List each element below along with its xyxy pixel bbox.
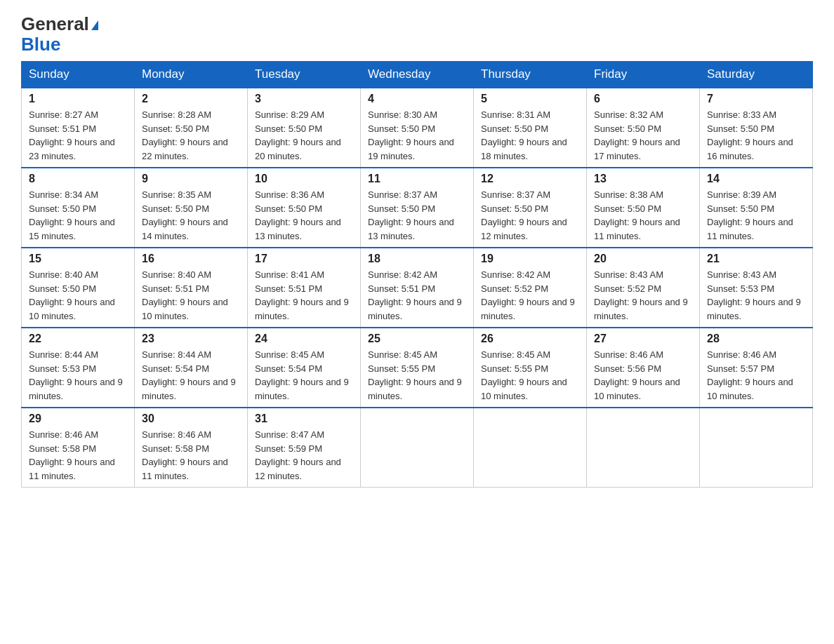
- calendar-header-row: SundayMondayTuesdayWednesdayThursdayFrid…: [22, 62, 813, 88]
- day-number: 29: [29, 412, 127, 425]
- calendar-cell: 20Sunrise: 8:43 AMSunset: 5:52 PMDayligh…: [587, 248, 700, 328]
- calendar-cell: 21Sunrise: 8:43 AMSunset: 5:53 PMDayligh…: [700, 248, 813, 328]
- day-info: Sunrise: 8:31 AMSunset: 5:50 PMDaylight:…: [481, 108, 579, 163]
- day-info: Sunrise: 8:47 AMSunset: 5:59 PMDaylight:…: [255, 428, 353, 483]
- day-number: 25: [368, 333, 466, 345]
- calendar-cell: 5Sunrise: 8:31 AMSunset: 5:50 PMDaylight…: [474, 88, 587, 168]
- day-info: Sunrise: 8:40 AMSunset: 5:50 PMDaylight:…: [29, 268, 127, 323]
- day-number: 6: [594, 93, 692, 105]
- day-number: 27: [594, 333, 692, 345]
- day-number: 28: [707, 333, 805, 345]
- calendar-cell: 24Sunrise: 8:45 AMSunset: 5:54 PMDayligh…: [248, 328, 361, 408]
- day-info: Sunrise: 8:43 AMSunset: 5:52 PMDaylight:…: [594, 268, 692, 323]
- calendar-cell: [700, 408, 813, 488]
- day-info: Sunrise: 8:37 AMSunset: 5:50 PMDaylight:…: [368, 188, 466, 243]
- weekday-header-tuesday: Tuesday: [248, 62, 361, 88]
- calendar-cell: 7Sunrise: 8:33 AMSunset: 5:50 PMDaylight…: [700, 88, 813, 168]
- day-number: 4: [368, 93, 466, 105]
- day-info: Sunrise: 8:45 AMSunset: 5:54 PMDaylight:…: [255, 348, 353, 403]
- day-info: Sunrise: 8:46 AMSunset: 5:58 PMDaylight:…: [142, 428, 240, 483]
- day-number: 17: [255, 253, 353, 265]
- day-info: Sunrise: 8:37 AMSunset: 5:50 PMDaylight:…: [481, 188, 579, 243]
- calendar-cell: 1Sunrise: 8:27 AMSunset: 5:51 PMDaylight…: [22, 88, 135, 168]
- calendar-cell: 9Sunrise: 8:35 AMSunset: 5:50 PMDaylight…: [135, 168, 248, 248]
- day-number: 5: [481, 93, 579, 105]
- day-number: 26: [481, 333, 579, 345]
- calendar-cell: 6Sunrise: 8:32 AMSunset: 5:50 PMDaylight…: [587, 88, 700, 168]
- day-number: 11: [368, 173, 466, 185]
- day-info: Sunrise: 8:38 AMSunset: 5:50 PMDaylight:…: [594, 188, 692, 243]
- day-number: 10: [255, 173, 353, 185]
- calendar-cell: 14Sunrise: 8:39 AMSunset: 5:50 PMDayligh…: [700, 168, 813, 248]
- day-number: 9: [142, 173, 240, 185]
- calendar-cell: 16Sunrise: 8:40 AMSunset: 5:51 PMDayligh…: [135, 248, 248, 328]
- calendar-cell: 13Sunrise: 8:38 AMSunset: 5:50 PMDayligh…: [587, 168, 700, 248]
- calendar-cell: 30Sunrise: 8:46 AMSunset: 5:58 PMDayligh…: [135, 408, 248, 488]
- day-number: 20: [594, 253, 692, 265]
- day-number: 23: [142, 333, 240, 345]
- logo: General Blue: [21, 14, 98, 54]
- week-row-1: 1Sunrise: 8:27 AMSunset: 5:51 PMDaylight…: [22, 88, 813, 168]
- day-info: Sunrise: 8:45 AMSunset: 5:55 PMDaylight:…: [368, 348, 466, 403]
- calendar-cell: 17Sunrise: 8:41 AMSunset: 5:51 PMDayligh…: [248, 248, 361, 328]
- calendar-cell: 11Sunrise: 8:37 AMSunset: 5:50 PMDayligh…: [361, 168, 474, 248]
- day-number: 3: [255, 93, 353, 105]
- calendar-cell: 23Sunrise: 8:44 AMSunset: 5:54 PMDayligh…: [135, 328, 248, 408]
- calendar-cell: [587, 408, 700, 488]
- day-number: 19: [481, 253, 579, 265]
- calendar-cell: 12Sunrise: 8:37 AMSunset: 5:50 PMDayligh…: [474, 168, 587, 248]
- day-number: 1: [29, 93, 127, 105]
- day-info: Sunrise: 8:40 AMSunset: 5:51 PMDaylight:…: [142, 268, 240, 323]
- calendar-cell: 10Sunrise: 8:36 AMSunset: 5:50 PMDayligh…: [248, 168, 361, 248]
- calendar-cell: 18Sunrise: 8:42 AMSunset: 5:51 PMDayligh…: [361, 248, 474, 328]
- day-number: 18: [368, 253, 466, 265]
- day-number: 14: [707, 173, 805, 185]
- day-info: Sunrise: 8:46 AMSunset: 5:56 PMDaylight:…: [594, 348, 692, 403]
- calendar-cell: 29Sunrise: 8:46 AMSunset: 5:58 PMDayligh…: [22, 408, 135, 488]
- day-number: 31: [255, 412, 353, 425]
- day-number: 8: [29, 173, 127, 185]
- weekday-header-wednesday: Wednesday: [361, 62, 474, 88]
- day-info: Sunrise: 8:42 AMSunset: 5:52 PMDaylight:…: [481, 268, 579, 323]
- day-info: Sunrise: 8:27 AMSunset: 5:51 PMDaylight:…: [29, 108, 127, 163]
- calendar-cell: 3Sunrise: 8:29 AMSunset: 5:50 PMDaylight…: [248, 88, 361, 168]
- day-info: Sunrise: 8:32 AMSunset: 5:50 PMDaylight:…: [594, 108, 692, 163]
- calendar-cell: 28Sunrise: 8:46 AMSunset: 5:57 PMDayligh…: [700, 328, 813, 408]
- calendar-cell: 8Sunrise: 8:34 AMSunset: 5:50 PMDaylight…: [22, 168, 135, 248]
- day-number: 24: [255, 333, 353, 345]
- weekday-header-thursday: Thursday: [474, 62, 587, 88]
- day-info: Sunrise: 8:46 AMSunset: 5:58 PMDaylight:…: [29, 428, 127, 483]
- week-row-5: 29Sunrise: 8:46 AMSunset: 5:58 PMDayligh…: [22, 408, 813, 488]
- week-row-2: 8Sunrise: 8:34 AMSunset: 5:50 PMDaylight…: [22, 168, 813, 248]
- day-info: Sunrise: 8:46 AMSunset: 5:57 PMDaylight:…: [707, 348, 805, 403]
- day-info: Sunrise: 8:39 AMSunset: 5:50 PMDaylight:…: [707, 188, 805, 243]
- calendar-cell: 22Sunrise: 8:44 AMSunset: 5:53 PMDayligh…: [22, 328, 135, 408]
- calendar-cell: [361, 408, 474, 488]
- calendar-cell: 2Sunrise: 8:28 AMSunset: 5:50 PMDaylight…: [135, 88, 248, 168]
- day-info: Sunrise: 8:28 AMSunset: 5:50 PMDaylight:…: [142, 108, 240, 163]
- calendar-table: SundayMondayTuesdayWednesdayThursdayFrid…: [21, 61, 813, 488]
- page-header: General Blue: [21, 14, 813, 54]
- calendar-cell: 15Sunrise: 8:40 AMSunset: 5:50 PMDayligh…: [22, 248, 135, 328]
- day-number: 12: [481, 173, 579, 185]
- calendar-cell: 31Sunrise: 8:47 AMSunset: 5:59 PMDayligh…: [248, 408, 361, 488]
- logo-general-text: General: [21, 13, 89, 34]
- logo-triangle-icon: [91, 20, 98, 30]
- day-info: Sunrise: 8:30 AMSunset: 5:50 PMDaylight:…: [368, 108, 466, 163]
- day-number: 13: [594, 173, 692, 185]
- day-info: Sunrise: 8:36 AMSunset: 5:50 PMDaylight:…: [255, 188, 353, 243]
- day-info: Sunrise: 8:41 AMSunset: 5:51 PMDaylight:…: [255, 268, 353, 323]
- day-info: Sunrise: 8:44 AMSunset: 5:54 PMDaylight:…: [142, 348, 240, 403]
- day-number: 2: [142, 93, 240, 105]
- day-number: 15: [29, 253, 127, 265]
- day-info: Sunrise: 8:33 AMSunset: 5:50 PMDaylight:…: [707, 108, 805, 163]
- logo-blue-text: Blue: [21, 34, 60, 55]
- day-info: Sunrise: 8:35 AMSunset: 5:50 PMDaylight:…: [142, 188, 240, 243]
- day-info: Sunrise: 8:42 AMSunset: 5:51 PMDaylight:…: [368, 268, 466, 323]
- calendar-cell: 19Sunrise: 8:42 AMSunset: 5:52 PMDayligh…: [474, 248, 587, 328]
- day-number: 21: [707, 253, 805, 265]
- weekday-header-monday: Monday: [135, 62, 248, 88]
- day-info: Sunrise: 8:44 AMSunset: 5:53 PMDaylight:…: [29, 348, 127, 403]
- day-number: 16: [142, 253, 240, 265]
- day-info: Sunrise: 8:45 AMSunset: 5:55 PMDaylight:…: [481, 348, 579, 403]
